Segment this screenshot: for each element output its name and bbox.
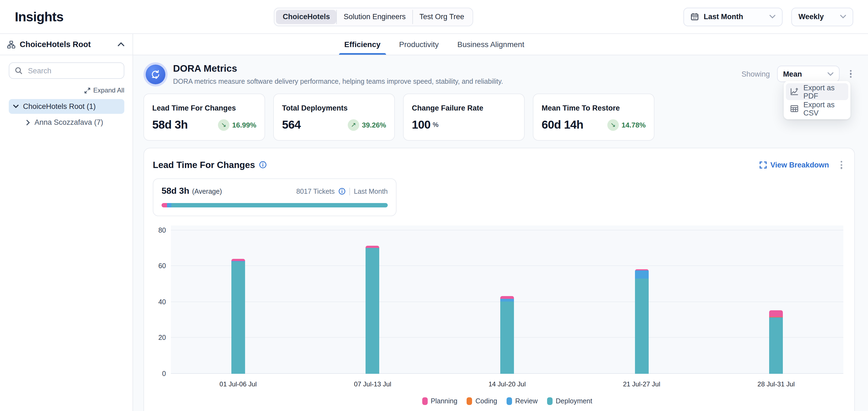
y-tick-label: 60 (158, 262, 166, 270)
bar-week-2[interactable] (366, 246, 379, 374)
trend-badge: ↗ 39.26% (348, 119, 386, 131)
bar-segment-deployment (635, 279, 648, 374)
legend-item-review[interactable]: Review (506, 397, 538, 405)
sidebar-header: ChoiceHotels Root (0, 34, 132, 55)
tickets-count: 8017 Tickets (296, 187, 335, 195)
org-tab-group: ChoiceHotels Solution Engineers Test Org… (274, 7, 473, 26)
y-axis: 020406080 (153, 225, 171, 374)
collapse-sidebar-icon[interactable] (117, 41, 125, 47)
x-tick-label: 01 Jul-06 Jul (220, 380, 257, 388)
sidebar-title: ChoiceHotels Root (20, 40, 91, 49)
chevron-down-icon (769, 15, 775, 19)
y-tick-label: 0 (162, 370, 166, 377)
trend-up-icon: ↗ (348, 119, 359, 131)
bar-segment-planning (500, 296, 514, 299)
legend-item-deployment[interactable]: Deployment (547, 397, 592, 405)
granularity-value: Weekly (799, 12, 824, 21)
info-icon[interactable] (338, 188, 346, 195)
aggregation-select[interactable]: Mean (777, 66, 839, 82)
calendar-icon (690, 12, 699, 21)
tab-business-alignment[interactable]: Business Alignment (456, 34, 525, 55)
y-tick-label: 80 (158, 226, 166, 234)
card-lead-time-for-changes: Lead Time For Changes 58d 3h ↘ 16.99% (144, 94, 265, 141)
trend-badge: ↘ 14.78% (607, 119, 646, 131)
chevron-down-icon (828, 72, 834, 76)
legend-swatch-icon (506, 397, 512, 405)
panel-header: Lead Time For Changes View Breakdown (153, 159, 845, 171)
export-menu: Export as PDF Export as CSV (784, 81, 850, 119)
date-range-value: Last Month (704, 12, 743, 21)
menu-item-export-pdf[interactable]: Export as PDF (786, 83, 848, 100)
average-summary-box: 58d 3h (Average) 8017 Tickets Last Month (153, 178, 397, 216)
tree-item-anna-scozzafava[interactable]: Anna Scozzafava (7) (22, 115, 124, 130)
bar-segment-deployment (231, 262, 245, 374)
view-breakdown-button[interactable]: View Breakdown (760, 161, 829, 169)
search-icon (15, 67, 23, 74)
chevron-down-icon[interactable] (13, 105, 19, 108)
top-bar: Insights ChoiceHotels Solution Engineers… (0, 0, 868, 34)
x-tick-label: 28 Jul-31 Jul (757, 380, 795, 388)
dora-header: DORA Metrics DORA metrics measure softwa… (144, 62, 855, 87)
bar-week-5[interactable] (769, 311, 783, 374)
chevron-down-icon (840, 15, 846, 19)
date-range-select[interactable]: Last Month (683, 7, 782, 26)
distribution-segment-deployment (172, 203, 388, 207)
trend-down-icon: ↘ (218, 119, 229, 131)
legend-label: Deployment (556, 397, 592, 405)
x-axis: 01 Jul-06 Jul07 Jul-13 Jul14 Jul-20 Jul2… (171, 380, 843, 389)
dora-title: DORA Metrics (173, 63, 503, 74)
search-input[interactable] (27, 66, 118, 75)
lead-time-panel: Lead Time For Changes View Breakdown (144, 148, 855, 411)
chevron-right-icon[interactable] (26, 119, 30, 125)
panel-kebab-menu-icon[interactable] (837, 159, 845, 171)
tab-productivity[interactable]: Productivity (398, 34, 440, 55)
bar-week-4[interactable] (635, 269, 648, 374)
bar-segment-deployment (500, 301, 514, 374)
divider (349, 187, 350, 195)
bar-week-1[interactable] (231, 259, 245, 374)
legend-label: Review (515, 397, 538, 405)
y-tick-label: 20 (158, 334, 166, 342)
card-mean-time-to-restore: Mean Time To Restore 60d 14h ↘ 14.78% (533, 94, 654, 141)
x-tick-label: 21 Jul-27 Jul (623, 380, 660, 388)
chart-line-plus-icon (790, 88, 799, 96)
trend-badge: ↘ 16.99% (218, 119, 256, 131)
tree-item-choicehotels-root[interactable]: ChoiceHotels Root (1) (9, 99, 124, 114)
bar-segment-planning (769, 311, 783, 317)
showing-label: Showing (742, 70, 770, 78)
expand-corners-icon (760, 162, 767, 169)
bar-week-3[interactable] (500, 296, 514, 374)
card-change-failure-rate: Change Failure Rate 100 % (403, 94, 525, 141)
period-label: Last Month (354, 187, 388, 195)
legend-item-coding[interactable]: Coding (467, 397, 497, 405)
org-tab-test-org-tree[interactable]: Test Org Tree (412, 9, 471, 24)
expand-arrows-icon (85, 87, 91, 93)
dora-kebab-menu-icon[interactable] (847, 68, 855, 80)
org-tab-holder: ChoiceHotels Solution Engineers Test Org… (64, 7, 683, 26)
expand-all-button[interactable]: Expand All (85, 87, 124, 94)
legend-item-planning[interactable]: Planning (422, 397, 457, 405)
org-tab-choicehotels[interactable]: ChoiceHotels (276, 9, 337, 24)
gridline-60 (171, 266, 843, 266)
card-total-deployments: Total Deployments 564 ↗ 39.26% (273, 94, 395, 141)
bar-segment-planning (366, 246, 379, 248)
bar-segment-review (500, 299, 514, 301)
menu-item-export-csv[interactable]: Export as CSV (786, 100, 848, 117)
org-tab-solution-engineers[interactable]: Solution Engineers (337, 9, 412, 24)
trend-down-icon: ↘ (607, 119, 619, 131)
lead-time-chart: 020406080 01 Jul-06 Jul07 Jul-13 Jul14 J… (153, 225, 845, 405)
bar-segment-deployment (366, 248, 379, 374)
granularity-select[interactable]: Weekly (791, 7, 853, 26)
search-box (9, 62, 124, 79)
average-value: 58d 3h (161, 186, 189, 196)
average-meta: 8017 Tickets Last Month (296, 187, 388, 195)
x-tick-label: 14 Jul-20 Jul (489, 380, 526, 388)
aggregation-value: Mean (783, 70, 802, 78)
legend-label: Planning (431, 397, 457, 405)
page-title: Insights (15, 9, 64, 24)
panel-actions: View Breakdown (760, 159, 845, 171)
table-icon (790, 105, 799, 113)
distribution-segment-planning (161, 203, 167, 207)
info-icon[interactable] (259, 161, 267, 169)
tab-efficiency[interactable]: Efficiency (343, 34, 381, 55)
